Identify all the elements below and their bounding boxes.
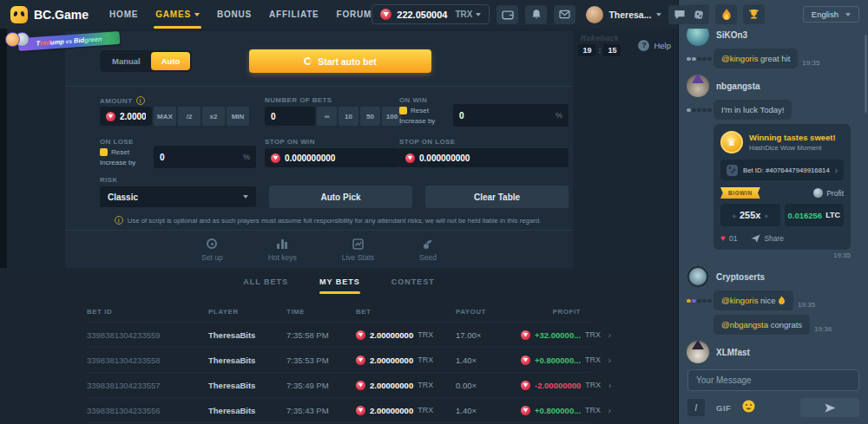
send-message-button[interactable] xyxy=(800,398,859,417)
on-win-control: Reset Increase by % xyxy=(399,104,569,127)
nav-forum[interactable]: FORUM xyxy=(337,10,372,19)
banner-text: Bid xyxy=(74,36,85,45)
chevron-right-icon: › xyxy=(601,405,611,415)
bc-game-logo-icon xyxy=(10,6,28,23)
share-button[interactable]: Share xyxy=(751,234,784,243)
table-row[interactable]: 3398381304233557 TheresaBits 7:35:49 PM … xyxy=(87,373,591,398)
table-row[interactable]: 3398381304233556 TheresaBits 7:35:43 PM … xyxy=(87,398,591,423)
on-lose-reset-checkbox[interactable] xyxy=(100,148,108,156)
on-win-increase-label[interactable]: Increase by xyxy=(399,117,435,125)
info-icon[interactable]: i xyxy=(136,96,145,105)
chat-messages[interactable]: SiKOn3 @kingoris great hit 19:35 nbgangs… xyxy=(679,29,868,363)
chevron-down-icon xyxy=(656,13,661,16)
start-auto-bet-button[interactable]: Start auto bet xyxy=(249,49,431,73)
witch-avatar[interactable] xyxy=(687,341,709,363)
bets-50-button[interactable]: 50 xyxy=(360,107,380,126)
amount-input[interactable] xyxy=(120,112,146,121)
tab-contest[interactable]: CONTEST xyxy=(391,277,435,294)
chat-username[interactable]: XLMfast xyxy=(716,348,750,357)
gif-button[interactable]: GIF xyxy=(716,403,731,413)
amount-max-button[interactable]: MAX xyxy=(154,107,176,126)
balance-selector[interactable]: 222.050004 TRX xyxy=(372,4,490,24)
setup-link[interactable]: Set up xyxy=(201,238,223,262)
risk-select[interactable]: Classic xyxy=(100,186,256,207)
auto-mode-button[interactable]: Auto xyxy=(151,52,191,70)
help-button[interactable]: ? Help xyxy=(638,40,671,51)
main-nav: HOME GAMES BONUS AFFILIATE FORUM xyxy=(109,10,372,19)
trx-coin-icon xyxy=(521,381,530,390)
messages-button[interactable] xyxy=(554,5,575,24)
promo-banner[interactable]: TredumpvsBidgreen xyxy=(5,30,122,53)
wallet-button[interactable] xyxy=(496,5,518,24)
rakeback-timer[interactable]: Rakeback 19 : 15 xyxy=(578,34,621,56)
wizard-avatar[interactable] xyxy=(687,75,709,97)
nav-bonus[interactable]: BONUS xyxy=(217,10,252,19)
bet-id-link[interactable]: Bet ID: #4076447949916814 › xyxy=(720,160,844,180)
mention[interactable]: @nbgangsta xyxy=(721,320,768,329)
on-lose-percent-input[interactable] xyxy=(160,153,243,162)
hotkeys-link[interactable]: Hot keys xyxy=(268,238,297,262)
level-badges xyxy=(687,108,709,121)
amount-double-button[interactable]: x2 xyxy=(202,107,225,126)
bets-10-button[interactable]: 10 xyxy=(339,107,358,126)
games-shortcut-button[interactable] xyxy=(687,4,709,24)
crash-shortcut-button[interactable] xyxy=(715,4,737,24)
chat-username[interactable]: nbgangsta xyxy=(716,82,760,91)
auto-pick-button[interactable]: Auto Pick xyxy=(269,186,412,208)
nav-affiliate[interactable]: AFFILIATE xyxy=(269,10,319,19)
nav-games[interactable]: GAMES xyxy=(155,10,200,19)
on-lose-increase-label[interactable]: Increase by xyxy=(100,159,135,166)
notifications-button[interactable] xyxy=(525,5,547,24)
trx-coin-icon xyxy=(356,381,365,390)
on-win-percent-input[interactable] xyxy=(459,111,556,121)
live-stats-link[interactable]: Live Stats xyxy=(342,238,374,262)
table-row[interactable]: 3398381304233559 TheresaBits 7:35:58 PM … xyxy=(87,323,591,348)
bet-id-text: Bet ID: #4076447949916814 xyxy=(743,166,830,174)
nav-home[interactable]: HOME xyxy=(109,10,138,19)
bc-game-logo[interactable]: BC.Game xyxy=(10,6,89,23)
amount-half-button[interactable]: /2 xyxy=(178,107,201,126)
contest-shortcut-button[interactable] xyxy=(743,4,765,24)
on-win-label: ON WIN xyxy=(399,96,427,104)
on-win-reset-label: Reset xyxy=(411,107,429,114)
win-share-card[interactable]: ♛ Winning tastes sweet! HashDice Wow Mom… xyxy=(713,124,851,250)
bet-id-cell: 3398381304233558 xyxy=(87,356,208,365)
number-of-bets-input[interactable] xyxy=(271,112,309,121)
tab-my-bets[interactable]: MY BETS xyxy=(319,277,360,294)
mention[interactable]: @kingoris xyxy=(721,54,758,63)
clear-table-button[interactable]: Clear Table xyxy=(425,186,569,208)
question-icon: ? xyxy=(638,40,649,51)
rakeback-separator: : xyxy=(598,46,601,55)
mention[interactable]: @kingoris xyxy=(721,296,758,305)
active-nav-underline xyxy=(154,26,201,29)
like-button[interactable]: ♥01 xyxy=(720,233,737,243)
slash-commands-button[interactable]: / xyxy=(687,399,705,416)
skull-avatar[interactable] xyxy=(687,265,709,288)
bets-infinity-button[interactable]: ∞ xyxy=(317,107,337,126)
player-cell: TheresaBits xyxy=(208,330,286,340)
manual-mode-button[interactable]: Manual xyxy=(102,52,151,70)
tab-all-bets[interactable]: ALL BETS xyxy=(243,277,288,294)
stop-on-lose-input[interactable] xyxy=(419,153,562,163)
chat-toggle-button[interactable] xyxy=(668,5,690,24)
trx-coin-icon xyxy=(405,153,415,163)
trx-coin-icon xyxy=(356,356,365,365)
stop-on-win-input[interactable] xyxy=(285,153,393,163)
share-icon xyxy=(751,234,760,243)
trx-coin-icon xyxy=(521,330,530,340)
table-row[interactable]: 3398381304233558 TheresaBits 7:35:53 PM … xyxy=(87,348,591,373)
message-time: 19:35 xyxy=(713,251,851,259)
on-win-reset-checkbox[interactable] xyxy=(399,107,407,114)
profit-cell: +0.800000...TRX xyxy=(521,406,601,415)
chat-language-select[interactable]: English xyxy=(803,6,859,23)
on-lose-reset-label: Reset xyxy=(111,148,129,156)
chat-username[interactable]: SiKOn3 xyxy=(716,30,747,40)
seed-link[interactable]: Seed xyxy=(419,238,437,262)
robot-avatar[interactable] xyxy=(687,29,709,46)
user-menu[interactable]: Theresa... xyxy=(586,6,661,23)
chevron-down-icon xyxy=(243,195,248,199)
chat-message-input[interactable] xyxy=(687,369,859,391)
chat-username[interactable]: Cryptoserts xyxy=(716,272,765,282)
emoji-button[interactable] xyxy=(742,400,755,416)
amount-min-button[interactable]: MIN xyxy=(227,107,249,126)
